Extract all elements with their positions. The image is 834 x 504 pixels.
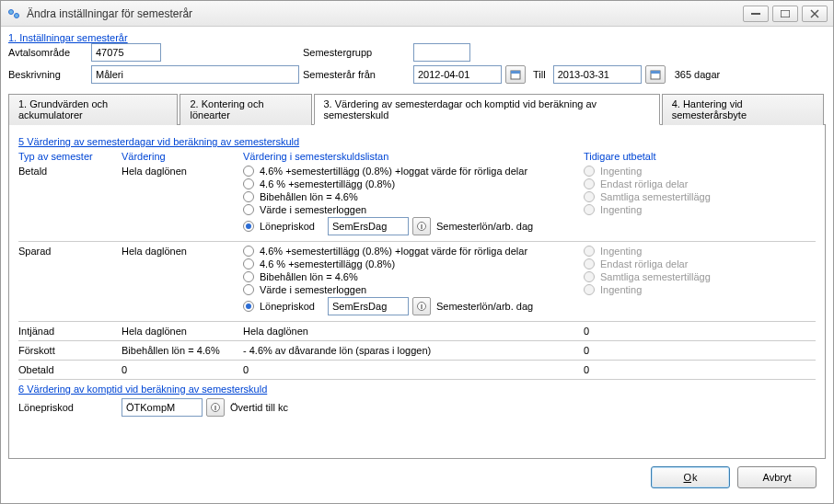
ok-button[interactable]: Ok — [651, 466, 730, 488]
betald-t4: Ingenting — [584, 204, 749, 215]
minimize-button[interactable] — [743, 6, 769, 22]
betald-r4[interactable]: Värde i semesterloggen — [243, 204, 584, 215]
intjanad-tid: 0 — [584, 326, 749, 337]
betald-r3[interactable]: Bibehållen lön = 4.6% — [243, 191, 584, 202]
row-forskott: Förskott Bibehållen lön = 4.6% - 4.6% av… — [18, 340, 816, 358]
section1-title[interactable]: 1. Inställningar semesterår — [8, 32, 826, 43]
section5-title[interactable]: 5 Värdering av semesterdagar vid beräkni… — [18, 136, 816, 147]
sparad-r2[interactable]: 4.6 % +semestertillägg (0.8%) — [243, 258, 584, 269]
tab-grundvarden[interactable]: 1. Grundvärden och ackumulatorer — [8, 94, 178, 125]
label-semestergrupp: Semestergrupp — [303, 47, 413, 58]
section6-desc: Övertid till kc — [230, 402, 288, 413]
svg-rect-9 — [651, 71, 660, 74]
forskott-list: - 4.6% av dåvarande lön (sparas i loggen… — [243, 345, 584, 356]
section6-label: Lönepriskod — [18, 402, 122, 413]
hdr-vard: Värdering — [122, 151, 243, 162]
forskott-tid: 0 — [584, 345, 749, 356]
label-till: Till — [533, 69, 546, 80]
intjanad-list: Hela daglönen — [243, 326, 584, 337]
close-button[interactable] — [802, 6, 828, 22]
section6-lookup-button[interactable] — [206, 398, 225, 417]
sparad-lookup-button[interactable] — [412, 297, 431, 315]
svg-rect-7 — [511, 71, 520, 74]
svg-rect-3 — [781, 10, 790, 17]
calendar-to-button[interactable] — [645, 65, 666, 84]
row-sparad: Sparad Hela daglönen 4.6% +semestertillä… — [18, 241, 816, 319]
maximize-button[interactable] — [772, 6, 798, 22]
tabs: 1. Grundvärden och ackumulatorer 2. Kont… — [8, 93, 826, 125]
obetald-tid: 0 — [584, 364, 749, 375]
section5-header: Typ av semester Värdering Värdering i se… — [18, 151, 816, 162]
window: Ändra inställningar för semesterår 1. In… — [0, 0, 834, 504]
sparad-t2: Endast rörliga delar — [584, 258, 749, 269]
tab-body: 5 Värdering av semesterdagar vid beräkni… — [8, 125, 826, 459]
titlebar: Ändra inställningar för semesterår — [1, 1, 833, 27]
cancel-button[interactable]: Avbryt — [737, 466, 817, 488]
footer: Ok Avbryt — [8, 459, 826, 496]
fran-input[interactable] — [413, 65, 502, 84]
sparad-r5[interactable]: Lönepriskod Semesterlön/arb. dag — [243, 297, 584, 315]
sparad-vard: Hela daglönen — [122, 246, 243, 257]
beskrivning-input[interactable] — [91, 65, 299, 84]
label-avtalsomrade: Avtalsområde — [8, 47, 91, 58]
svg-rect-2 — [751, 13, 760, 15]
avtalsomrade-input[interactable] — [91, 43, 161, 62]
section6-title[interactable]: 6 Värdering av komptid vid beräkning av … — [18, 379, 816, 395]
betald-t1: Ingenting — [584, 166, 749, 177]
svg-point-0 — [9, 9, 14, 14]
app-icon — [6, 6, 21, 21]
betald-r1[interactable]: 4.6% +semestertillägg (0.8%) +loggat vär… — [243, 166, 584, 177]
betald-r2[interactable]: 4.6 % +semestertillägg (0.8%) — [243, 178, 584, 189]
betald-vard: Hela daglönen — [122, 166, 243, 177]
svg-point-1 — [15, 13, 19, 17]
sparad-lonepriskod-input[interactable] — [328, 297, 409, 315]
row-obetald: Obetald 0 0 0 — [18, 360, 816, 377]
section6-code-input[interactable] — [122, 398, 203, 417]
sparad-perday: Semesterlön/arb. dag — [436, 301, 533, 312]
intjanad-vard: Hela daglönen — [122, 326, 243, 337]
days-label: 365 dagar — [675, 69, 721, 80]
forskott-typ: Förskott — [18, 345, 122, 356]
betald-perday: Semesterlön/arb. dag — [436, 221, 533, 232]
sparad-t4: Ingenting — [584, 284, 749, 295]
hdr-typ: Typ av semester — [18, 151, 122, 162]
obetald-list: 0 — [243, 364, 584, 375]
obetald-vard: 0 — [122, 364, 243, 375]
tab-kontering[interactable]: 2. Kontering och lönearter — [180, 94, 311, 125]
semestergrupp-input[interactable] — [413, 43, 470, 62]
forskott-vard: Bibehållen lön = 4.6% — [122, 345, 243, 356]
betald-t2: Endast rörliga delar — [584, 178, 749, 189]
sparad-t3: Samtliga semestertillägg — [584, 271, 749, 282]
sparad-r4[interactable]: Värde i semesterloggen — [243, 284, 584, 295]
obetald-typ: Obetald — [18, 364, 122, 375]
tab-vardering[interactable]: 3. Värdering av semesterdagar och kompti… — [314, 94, 660, 125]
label-beskrivning: Beskrivning — [8, 69, 91, 80]
window-buttons — [743, 6, 828, 22]
window-title: Ändra inställningar för semesterår — [27, 7, 743, 20]
row-intjanad: Intjänad Hela daglönen Hela daglönen 0 — [18, 321, 816, 338]
calendar-from-button[interactable] — [505, 65, 526, 84]
betald-lonepriskod-input[interactable] — [328, 217, 409, 235]
betald-typ: Betald — [18, 166, 122, 177]
tab-hantering[interactable]: 4. Hantering vid semesterårsbyte — [662, 94, 824, 125]
sparad-typ: Sparad — [18, 246, 122, 257]
hdr-list: Värdering i semesterskuldslistan — [243, 151, 584, 162]
intjanad-typ: Intjänad — [18, 326, 122, 337]
till-input[interactable] — [553, 65, 642, 84]
label-semesterar-fran: Semesterår från — [303, 69, 413, 80]
sparad-r3[interactable]: Bibehållen lön = 4.6% — [243, 271, 584, 282]
hdr-tid: Tidigare utbetalt — [584, 151, 749, 162]
betald-lookup-button[interactable] — [412, 217, 431, 235]
betald-t3: Samtliga semestertillägg — [584, 191, 749, 202]
betald-r5[interactable]: Lönepriskod Semesterlön/arb. dag — [243, 217, 584, 235]
row-betald: Betald Hela daglönen 4.6% +semestertillä… — [18, 164, 816, 239]
sparad-r1[interactable]: 4.6% +semestertillägg (0.8%) +loggat vär… — [243, 246, 584, 257]
sparad-t1: Ingenting — [584, 246, 749, 257]
